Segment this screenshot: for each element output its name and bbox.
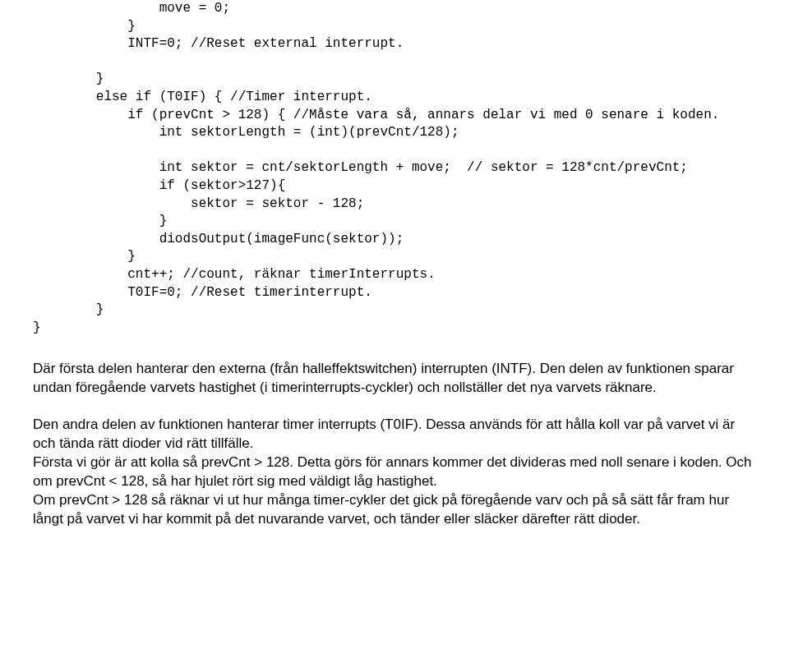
- code-line: else if (T0IF) { //Timer interrupt.: [33, 90, 372, 104]
- code-line: move = 0;: [33, 1, 230, 16]
- code-line: }: [33, 19, 136, 34]
- code-line: if (prevCnt > 128) { //Måste vara så, an…: [33, 108, 719, 122]
- code-line: if (sektor>127){: [33, 178, 285, 193]
- code-block: move = 0; } INTF=0; //Reset external int…: [33, 0, 756, 337]
- code-line: int sektor = cnt/sektorLength + move; //…: [33, 160, 688, 175]
- code-line: }: [33, 249, 136, 264]
- code-line: }: [33, 71, 104, 86]
- code-line: }: [33, 320, 41, 335]
- document-page: move = 0; } INTF=0; //Reset external int…: [0, 0, 789, 545]
- code-line: }: [33, 214, 167, 228]
- prose-section: Där första delen hanterar den externa (f…: [33, 360, 756, 529]
- code-line: int sektorLength = (int)(prevCnt/128);: [33, 125, 459, 140]
- code-line: }: [33, 302, 104, 317]
- code-line: cnt++; //count, räknar timerInterrupts.: [33, 267, 436, 282]
- code-line: T0IF=0; //Reset timerinterrupt.: [33, 285, 372, 300]
- code-line: INTF=0; //Reset external interrupt.: [33, 36, 404, 51]
- code-line: sektor = sektor - 128;: [33, 196, 364, 211]
- paragraph-2: Den andra delen av funktionen hanterar t…: [33, 416, 756, 529]
- code-line: diodsOutput(imageFunc(sektor));: [33, 232, 404, 246]
- paragraph-1: Där första delen hanterar den externa (f…: [33, 360, 756, 398]
